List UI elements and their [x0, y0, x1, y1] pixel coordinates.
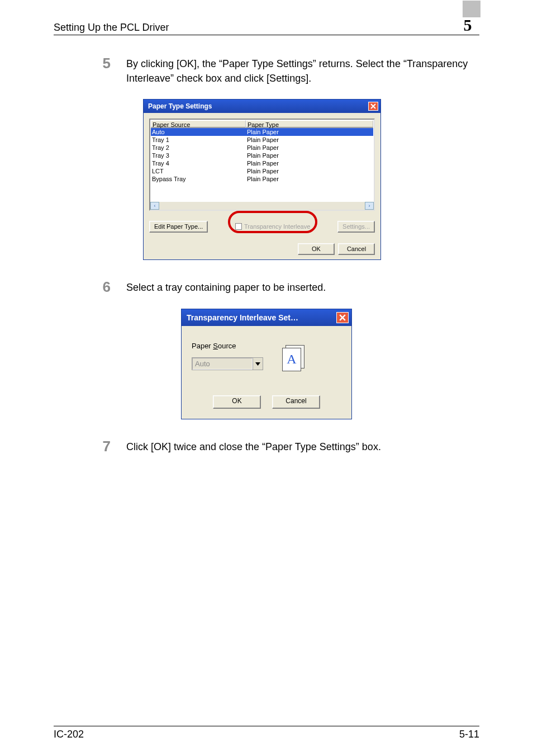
list-row[interactable]: LCT Plain Paper	[151, 167, 373, 175]
combobox-value: Auto	[192, 358, 253, 370]
cancel-button[interactable]: Cancel	[272, 395, 320, 409]
paper-preview-icon: A	[282, 345, 307, 370]
paper-source-combobox[interactable]: Auto	[192, 357, 263, 370]
list-header: Paper Source Paper Type	[151, 120, 373, 128]
paper-source-list[interactable]: Paper Source Paper Type Auto Plain Paper…	[149, 119, 375, 211]
list-row[interactable]: Tray 4 Plain Paper	[151, 159, 373, 167]
dialog-title: Transparency Interleave Set…	[187, 313, 298, 322]
edit-paper-type-button[interactable]: Edit Paper Type...	[149, 221, 208, 233]
checkbox-label: Transparency Interleave	[244, 223, 310, 230]
scroll-left-icon[interactable]: ‹	[150, 202, 159, 210]
red-highlight-ring	[228, 211, 317, 233]
close-icon[interactable]	[336, 312, 349, 323]
footer-right: 5-11	[459, 729, 479, 740]
page-header: Setting Up the PCL Driver 5	[54, 17, 479, 35]
transparency-interleave-settings-dialog: Transparency Interleave Set… Paper Sourc…	[181, 309, 352, 419]
step-7: 7 Click [OK] twice and close the “Paper …	[54, 438, 479, 455]
column-header-type: Paper Type	[246, 120, 373, 127]
list-row-auto[interactable]: Auto Plain Paper	[151, 128, 373, 136]
step-number: 7	[54, 438, 126, 455]
paper-source-label: Paper Source	[192, 342, 341, 350]
ok-button[interactable]: OK	[213, 395, 261, 409]
list-row[interactable]: Tray 2 Plain Paper	[151, 144, 373, 152]
step-text: By clicking [OK], the “Paper Type Settin…	[126, 55, 479, 86]
dialog-title: Paper Type Settings	[148, 102, 212, 110]
chapter-number: 5	[456, 17, 479, 34]
step-text: Select a tray containing paper to be ins…	[126, 279, 479, 295]
dialog-titlebar: Paper Type Settings	[144, 100, 380, 113]
list-row[interactable]: Bypass Tray Plain Paper	[151, 175, 373, 183]
step-number: 6	[54, 279, 126, 295]
page-footer: IC-202 5-11	[54, 726, 479, 740]
cancel-button[interactable]: Cancel	[338, 243, 375, 255]
chevron-down-icon[interactable]	[253, 358, 263, 370]
step-number: 5	[54, 55, 126, 86]
list-row[interactable]: Tray 3 Plain Paper	[151, 152, 373, 159]
header-title: Setting Up the PCL Driver	[54, 22, 169, 34]
transparency-interleave-checkbox[interactable]: Transparency Interleave	[235, 223, 310, 230]
paper-type-settings-dialog: Paper Type Settings Paper Source Paper T…	[143, 99, 381, 260]
checkbox-box	[235, 223, 242, 230]
ok-button[interactable]: OK	[298, 243, 335, 255]
step-5: 5 By clicking [OK], the “Paper Type Sett…	[54, 55, 479, 86]
dialog-titlebar: Transparency Interleave Set…	[182, 309, 351, 326]
horizontal-scrollbar[interactable]: ‹ ›	[150, 202, 374, 210]
scroll-right-icon[interactable]: ›	[365, 202, 374, 210]
step-text: Click [OK] twice and close the “Paper Ty…	[126, 438, 479, 455]
settings-button[interactable]: Settings...	[337, 221, 375, 233]
step-6: 6 Select a tray containing paper to be i…	[54, 279, 479, 295]
list-row[interactable]: Tray 1 Plain Paper	[151, 136, 373, 144]
footer-left: IC-202	[54, 729, 84, 740]
close-icon[interactable]	[368, 102, 378, 111]
column-header-source: Paper Source	[151, 120, 246, 127]
